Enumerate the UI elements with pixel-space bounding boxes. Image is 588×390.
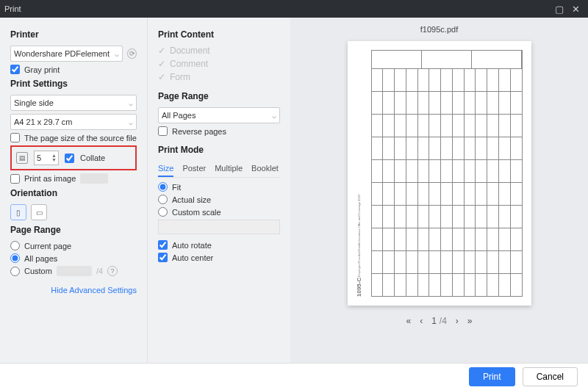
- print-button[interactable]: Print: [469, 367, 515, 386]
- gray-print-checkbox[interactable]: [10, 65, 20, 74]
- actual-size-label: Actual size: [172, 195, 211, 204]
- tab-booklet[interactable]: Booklet: [251, 161, 279, 177]
- page-navigator: « ‹ 1 /4 › »: [406, 316, 472, 326]
- source-size-label: The page size of the source file: [24, 134, 137, 142]
- source-size-checkbox[interactable]: [10, 133, 20, 142]
- window-title: Print: [4, 4, 21, 13]
- auto-center-label: Auto center: [172, 253, 213, 262]
- printer-properties-icon[interactable]: ⟳: [127, 48, 137, 59]
- current-page-radio[interactable]: [10, 241, 20, 250]
- left-panel: Printer Wondershare PDFelement ⌵ ⟳ Gray …: [0, 18, 147, 363]
- page-range-select[interactable]: All Pages ⌵: [158, 107, 280, 123]
- print-mode-heading: Print Mode: [158, 145, 280, 155]
- mode-tabs: Size Poster Multiple Booklet: [158, 161, 280, 178]
- orientation-landscape-button[interactable]: ▭: [31, 204, 47, 220]
- cancel-button[interactable]: Cancel: [523, 367, 578, 386]
- tab-size[interactable]: Size: [158, 161, 173, 177]
- preview-filename: f1095c.pdf: [420, 25, 458, 34]
- chevron-down-icon: ⌵: [272, 112, 276, 120]
- orientation-heading: Orientation: [10, 188, 137, 198]
- form-title: Employer-Provided Health Insurance Offer…: [357, 202, 361, 277]
- dialog-footer: Print Cancel: [0, 363, 588, 390]
- chevron-down-icon: ⌵: [129, 118, 133, 126]
- gray-print-label: Gray print: [24, 65, 60, 74]
- reverse-pages-checkbox[interactable]: [158, 126, 168, 136]
- preview-panel: f1095c.pdf 1095-C Employer-Provided Heal…: [290, 18, 588, 363]
- last-page-button[interactable]: »: [467, 316, 473, 326]
- print-as-image-checkbox[interactable]: [10, 174, 20, 184]
- all-pages-label: All pages: [24, 254, 57, 263]
- print-settings-heading: Print Settings: [10, 79, 137, 89]
- current-page-label: Current page: [24, 242, 71, 250]
- tab-poster[interactable]: Poster: [182, 161, 206, 177]
- copies-input[interactable]: 5 ▲▼: [34, 151, 59, 165]
- first-page-button[interactable]: «: [406, 316, 411, 326]
- printer-selected: Wondershare PDFelement: [14, 49, 110, 58]
- printer-select[interactable]: Wondershare PDFelement ⌵: [10, 46, 123, 62]
- scale-percent-input: [158, 220, 280, 234]
- copies-icon: ▤: [16, 152, 28, 164]
- check-icon: ✓: [158, 72, 165, 82]
- print-as-image-quality[interactable]: [80, 173, 108, 184]
- check-icon: ✓: [158, 59, 165, 69]
- page-preview: 1095-C Employer-Provided Health Insuranc…: [348, 41, 531, 306]
- check-icon: ✓: [158, 46, 165, 56]
- page-range-heading: Page Range: [10, 225, 137, 235]
- dialog-body: Printer Wondershare PDFelement ⌵ ⟳ Gray …: [0, 18, 588, 363]
- middle-panel: Print Content ✓Document ✓Comment ✓Form P…: [147, 18, 290, 363]
- all-pages-radio[interactable]: [10, 253, 20, 263]
- custom-scale-radio[interactable]: [158, 207, 168, 217]
- copies-collate-highlight: ▤ 5 ▲▼ Collate: [10, 145, 137, 170]
- auto-center-checkbox[interactable]: [158, 253, 168, 262]
- custom-range-label: Custom: [24, 267, 52, 275]
- help-icon[interactable]: ?: [107, 266, 118, 276]
- hide-advanced-link[interactable]: Hide Advanced Settings: [51, 286, 137, 295]
- printer-heading: Printer: [10, 29, 137, 40]
- mid-page-range-heading: Page Range: [158, 91, 280, 101]
- tab-multiple[interactable]: Multiple: [215, 161, 243, 177]
- auto-rotate-label: Auto rotate: [172, 241, 212, 250]
- reverse-pages-label: Reverse pages: [172, 127, 226, 136]
- custom-range-radio[interactable]: [10, 267, 20, 276]
- form-year: 2023: [357, 195, 361, 201]
- title-bar: Print ▢ ✕: [0, 0, 588, 18]
- paper-size-select[interactable]: A4 21 x 29.7 cm ⌵: [10, 114, 137, 130]
- print-content-heading: Print Content: [158, 29, 280, 40]
- orientation-portrait-button[interactable]: ▯: [10, 204, 26, 220]
- chevron-down-icon: ⌵: [129, 99, 133, 107]
- custom-scale-label: Custom scale: [172, 208, 221, 217]
- collate-label: Collate: [80, 154, 105, 162]
- form-number: 1095-C: [356, 278, 362, 297]
- actual-size-radio[interactable]: [158, 195, 168, 204]
- custom-range-input[interactable]: [57, 266, 92, 276]
- maximize-icon[interactable]: ▢: [551, 4, 567, 15]
- prev-page-button[interactable]: ‹: [420, 316, 423, 326]
- next-page-button[interactable]: ›: [456, 316, 459, 326]
- collate-checkbox[interactable]: [65, 154, 74, 163]
- close-icon[interactable]: ✕: [567, 4, 584, 15]
- sides-select[interactable]: Single side ⌵: [10, 95, 137, 111]
- fit-radio[interactable]: [158, 182, 168, 192]
- spinner-up-down-icon[interactable]: ▲▼: [51, 154, 57, 162]
- print-as-image-label: Print as image: [24, 174, 76, 183]
- auto-rotate-checkbox[interactable]: [158, 240, 168, 250]
- current-page-number[interactable]: 1: [431, 316, 437, 326]
- chevron-down-icon: ⌵: [115, 50, 119, 58]
- fit-label: Fit: [172, 183, 181, 192]
